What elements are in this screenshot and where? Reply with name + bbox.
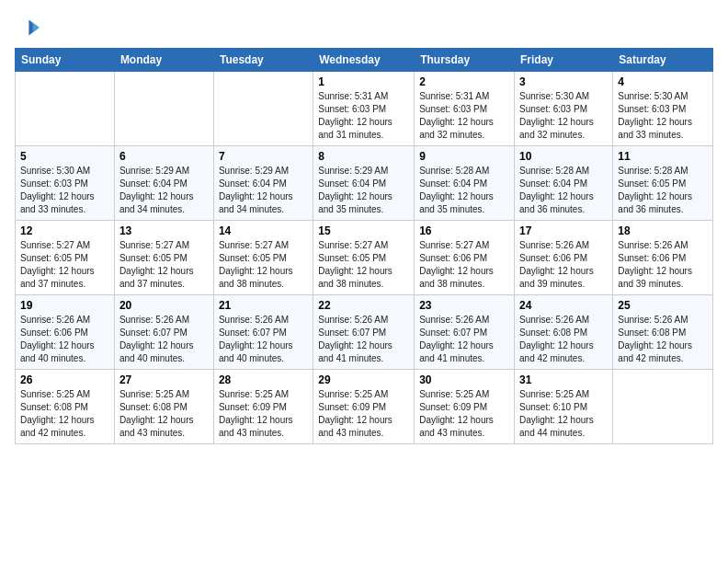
day-number: 18: [618, 224, 708, 237]
calendar-cell: 15Sunrise: 5:27 AM Sunset: 6:05 PM Dayli…: [313, 221, 415, 295]
day-number: 23: [419, 299, 509, 312]
week-row-5: 26Sunrise: 5:25 AM Sunset: 6:08 PM Dayli…: [16, 370, 713, 444]
weekday-header-sunday: Sunday: [16, 49, 115, 72]
day-number: 7: [219, 150, 308, 163]
weekday-header-wednesday: Wednesday: [313, 49, 415, 72]
day-number: 5: [20, 150, 109, 163]
calendar-cell: 1Sunrise: 5:31 AM Sunset: 6:03 PM Daylig…: [313, 72, 415, 146]
week-row-3: 12Sunrise: 5:27 AM Sunset: 6:05 PM Dayli…: [16, 221, 713, 295]
week-row-4: 19Sunrise: 5:26 AM Sunset: 6:06 PM Dayli…: [16, 295, 713, 370]
weekday-header-row: SundayMondayTuesdayWednesdayThursdayFrid…: [16, 49, 713, 72]
day-info: Sunrise: 5:26 AM Sunset: 6:06 PM Dayligh…: [20, 314, 109, 365]
day-info: Sunrise: 5:25 AM Sunset: 6:09 PM Dayligh…: [219, 388, 308, 440]
calendar-cell: 2Sunrise: 5:31 AM Sunset: 6:03 PM Daylig…: [415, 72, 515, 146]
day-info: Sunrise: 5:26 AM Sunset: 6:07 PM Dayligh…: [318, 314, 409, 365]
day-number: 21: [219, 299, 308, 312]
day-number: 20: [119, 299, 209, 312]
calendar-cell: 30Sunrise: 5:25 AM Sunset: 6:09 PM Dayli…: [415, 370, 515, 444]
day-info: Sunrise: 5:26 AM Sunset: 6:08 PM Dayligh…: [618, 314, 708, 365]
day-number: 28: [219, 373, 308, 386]
calendar-cell: 19Sunrise: 5:26 AM Sunset: 6:06 PM Dayli…: [16, 295, 115, 370]
week-row-2: 5Sunrise: 5:30 AM Sunset: 6:03 PM Daylig…: [16, 146, 713, 221]
calendar-cell: 18Sunrise: 5:26 AM Sunset: 6:06 PM Dayli…: [613, 221, 713, 295]
calendar: SundayMondayTuesdayWednesdayThursdayFrid…: [15, 48, 713, 444]
calendar-cell: [613, 370, 713, 444]
day-info: Sunrise: 5:25 AM Sunset: 6:08 PM Dayligh…: [20, 388, 109, 440]
day-info: Sunrise: 5:30 AM Sunset: 6:03 PM Dayligh…: [618, 90, 708, 142]
calendar-cell: 21Sunrise: 5:26 AM Sunset: 6:07 PM Dayli…: [213, 295, 313, 370]
day-info: Sunrise: 5:30 AM Sunset: 6:03 PM Dayligh…: [519, 90, 608, 142]
day-info: Sunrise: 5:26 AM Sunset: 6:06 PM Dayligh…: [618, 239, 708, 291]
calendar-cell: 31Sunrise: 5:25 AM Sunset: 6:10 PM Dayli…: [515, 370, 613, 444]
day-info: Sunrise: 5:31 AM Sunset: 6:03 PM Dayligh…: [318, 90, 409, 142]
calendar-cell: 7Sunrise: 5:29 AM Sunset: 6:04 PM Daylig…: [213, 146, 313, 221]
calendar-cell: 3Sunrise: 5:30 AM Sunset: 6:03 PM Daylig…: [515, 72, 613, 146]
day-number: 8: [318, 150, 409, 163]
calendar-cell: 9Sunrise: 5:28 AM Sunset: 6:04 PM Daylig…: [415, 146, 515, 221]
day-info: Sunrise: 5:31 AM Sunset: 6:03 PM Dayligh…: [419, 90, 509, 142]
calendar-cell: 13Sunrise: 5:27 AM Sunset: 6:05 PM Dayli…: [114, 221, 213, 295]
calendar-cell: 22Sunrise: 5:26 AM Sunset: 6:07 PM Dayli…: [313, 295, 415, 370]
day-number: 13: [119, 224, 209, 237]
day-info: Sunrise: 5:25 AM Sunset: 6:09 PM Dayligh…: [318, 388, 409, 440]
calendar-cell: 11Sunrise: 5:28 AM Sunset: 6:05 PM Dayli…: [613, 146, 713, 221]
day-number: 31: [519, 373, 608, 386]
day-info: Sunrise: 5:30 AM Sunset: 6:03 PM Dayligh…: [20, 165, 109, 216]
day-number: 2: [419, 75, 509, 88]
weekday-header-friday: Friday: [515, 49, 613, 72]
week-row-1: 1Sunrise: 5:31 AM Sunset: 6:03 PM Daylig…: [16, 72, 713, 146]
weekday-header-tuesday: Tuesday: [213, 49, 313, 72]
day-number: 27: [119, 373, 209, 386]
day-info: Sunrise: 5:27 AM Sunset: 6:05 PM Dayligh…: [20, 239, 109, 291]
calendar-cell: 17Sunrise: 5:26 AM Sunset: 6:06 PM Dayli…: [515, 221, 613, 295]
calendar-cell: 12Sunrise: 5:27 AM Sunset: 6:05 PM Dayli…: [16, 221, 115, 295]
calendar-cell: 14Sunrise: 5:27 AM Sunset: 6:05 PM Dayli…: [213, 221, 313, 295]
day-number: 16: [419, 224, 509, 237]
calendar-cell: 28Sunrise: 5:25 AM Sunset: 6:09 PM Dayli…: [213, 370, 313, 444]
day-info: Sunrise: 5:28 AM Sunset: 6:04 PM Dayligh…: [419, 165, 509, 216]
calendar-cell: [16, 72, 115, 146]
day-info: Sunrise: 5:26 AM Sunset: 6:07 PM Dayligh…: [219, 314, 308, 365]
day-info: Sunrise: 5:27 AM Sunset: 6:05 PM Dayligh…: [318, 239, 409, 291]
day-number: 15: [318, 224, 409, 237]
day-number: 24: [519, 299, 608, 312]
day-number: 11: [618, 150, 708, 163]
calendar-cell: 25Sunrise: 5:26 AM Sunset: 6:08 PM Dayli…: [613, 295, 713, 370]
calendar-cell: 6Sunrise: 5:29 AM Sunset: 6:04 PM Daylig…: [114, 146, 213, 221]
day-info: Sunrise: 5:29 AM Sunset: 6:04 PM Dayligh…: [219, 165, 308, 216]
day-info: Sunrise: 5:25 AM Sunset: 6:10 PM Dayligh…: [519, 388, 608, 440]
logo: [15, 15, 44, 40]
weekday-header-thursday: Thursday: [415, 49, 515, 72]
day-number: 26: [20, 373, 109, 386]
calendar-cell: 24Sunrise: 5:26 AM Sunset: 6:08 PM Dayli…: [515, 295, 613, 370]
day-number: 25: [618, 299, 708, 312]
day-info: Sunrise: 5:25 AM Sunset: 6:08 PM Dayligh…: [119, 388, 209, 440]
day-number: 19: [20, 299, 109, 312]
day-info: Sunrise: 5:29 AM Sunset: 6:04 PM Dayligh…: [318, 165, 409, 216]
logo-icon: [15, 15, 40, 40]
weekday-header-monday: Monday: [114, 49, 213, 72]
calendar-cell: 26Sunrise: 5:25 AM Sunset: 6:08 PM Dayli…: [16, 370, 115, 444]
day-info: Sunrise: 5:26 AM Sunset: 6:07 PM Dayligh…: [419, 314, 509, 365]
day-number: 17: [519, 224, 608, 237]
day-info: Sunrise: 5:27 AM Sunset: 6:06 PM Dayligh…: [419, 239, 509, 291]
day-info: Sunrise: 5:26 AM Sunset: 6:06 PM Dayligh…: [519, 239, 608, 291]
calendar-cell: [213, 72, 313, 146]
day-info: Sunrise: 5:26 AM Sunset: 6:07 PM Dayligh…: [119, 314, 209, 365]
day-number: 12: [20, 224, 109, 237]
day-info: Sunrise: 5:28 AM Sunset: 6:05 PM Dayligh…: [618, 165, 708, 216]
day-number: 10: [519, 150, 608, 163]
day-number: 1: [318, 75, 409, 88]
day-info: Sunrise: 5:27 AM Sunset: 6:05 PM Dayligh…: [219, 239, 308, 291]
day-number: 29: [318, 373, 409, 386]
day-info: Sunrise: 5:26 AM Sunset: 6:08 PM Dayligh…: [519, 314, 608, 365]
calendar-cell: [114, 72, 213, 146]
weekday-header-saturday: Saturday: [613, 49, 713, 72]
calendar-cell: 27Sunrise: 5:25 AM Sunset: 6:08 PM Dayli…: [114, 370, 213, 444]
day-info: Sunrise: 5:29 AM Sunset: 6:04 PM Dayligh…: [119, 165, 209, 216]
day-number: 4: [618, 75, 708, 88]
day-info: Sunrise: 5:28 AM Sunset: 6:04 PM Dayligh…: [519, 165, 608, 216]
day-number: 9: [419, 150, 509, 163]
calendar-cell: 23Sunrise: 5:26 AM Sunset: 6:07 PM Dayli…: [415, 295, 515, 370]
day-info: Sunrise: 5:27 AM Sunset: 6:05 PM Dayligh…: [119, 239, 209, 291]
